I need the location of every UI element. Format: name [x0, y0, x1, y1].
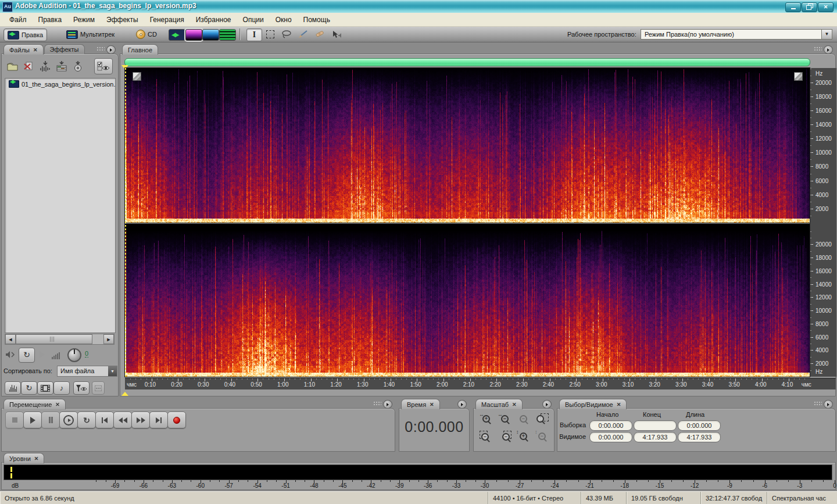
zoom-out-horizontal-button[interactable]: ↔−: [496, 412, 513, 426]
loop-playback-button[interactable]: ↻: [19, 348, 35, 363]
menu-item-5[interactable]: Избранное: [190, 14, 237, 26]
fast-forward-button[interactable]: [131, 412, 150, 428]
playhead-marker-bottom[interactable]: [121, 388, 128, 396]
tab-effects[interactable]: Эффекты: [44, 44, 85, 54]
sort-dropdown[interactable]: Имя файла ▼: [57, 366, 117, 377]
tab-zoom[interactable]: Масштаб ✕: [475, 399, 523, 409]
show-video-files-button[interactable]: [37, 381, 53, 395]
tab-close-icon[interactable]: ✕: [34, 456, 39, 462]
auto-play-speaker-icon[interactable]: [5, 350, 16, 359]
play-file-icon[interactable]: [40, 351, 45, 358]
close-file-button[interactable]: [22, 59, 36, 73]
rewind-button[interactable]: [113, 412, 132, 428]
tab-selection-view[interactable]: Выбор/Видимое ✕: [559, 399, 627, 409]
zoom-to-left-edge-button[interactable]: −: [478, 429, 495, 443]
tab-time[interactable]: Время ✕: [401, 399, 440, 409]
scrollbar-thumb[interactable]: [16, 334, 92, 344]
tab-close-icon[interactable]: ✕: [430, 402, 434, 408]
zoom-in-vertical-button[interactable]: ↕+: [515, 429, 532, 443]
effects-paintbrush-tool[interactable]: [295, 28, 310, 40]
insert-into-cd-button[interactable]: [71, 59, 85, 73]
menu-item-3[interactable]: Эффекты: [101, 14, 144, 26]
spectrogram-canvas[interactable]: [125, 68, 810, 377]
multitrack-view-button[interactable]: Мультитрек: [63, 28, 118, 40]
tab-close-icon[interactable]: ✕: [33, 47, 38, 53]
menu-item-1[interactable]: Правка: [33, 14, 68, 26]
view-length-field[interactable]: 4:17.933: [678, 432, 721, 442]
go-to-end-button[interactable]: [149, 412, 168, 428]
tab-close-icon[interactable]: ✕: [617, 402, 621, 408]
selection-end-field[interactable]: [634, 420, 677, 431]
scroll-right-icon[interactable]: ►: [103, 334, 114, 344]
zoom-in-horizontal-button[interactable]: ↔+: [478, 412, 495, 426]
scroll-left-icon[interactable]: ◄: [5, 334, 16, 344]
close-button[interactable]: ✕: [818, 2, 834, 12]
time-ruler[interactable]: чмс0:100:200:300:400:501:001:101:201:301…: [125, 378, 836, 389]
title-bar[interactable]: Au Adobe Audition - 01_the_saga_begins_l…: [0, 0, 837, 13]
show-audio-files-button[interactable]: [5, 381, 21, 395]
tab-levels[interactable]: Уровни ✕: [3, 453, 44, 463]
channel-resize-handle-right[interactable]: [794, 72, 803, 81]
files-panel-menu-button[interactable]: [106, 45, 116, 54]
menu-item-2[interactable]: Режим: [67, 14, 101, 26]
insert-into-session-button[interactable]: [55, 59, 69, 73]
tab-transport[interactable]: Перемещение ✕: [3, 399, 66, 409]
edit-view-button[interactable]: Правка: [3, 28, 47, 41]
selection-start-field[interactable]: 0:00.000: [589, 420, 632, 431]
current-time-display[interactable]: 0:00.000: [399, 419, 470, 435]
menu-item-0[interactable]: Файл: [3, 14, 33, 26]
file-list-item[interactable]: 01_the_saga_begins_lp_version.: [5, 78, 115, 89]
spot-healing-brush-tool[interactable]: [312, 28, 326, 40]
preview-volume-value[interactable]: 0: [85, 350, 88, 358]
channel-resize-handle-left[interactable]: [133, 72, 141, 81]
pause-button[interactable]: [41, 412, 60, 428]
spectral-phase-view-button[interactable]: [219, 29, 236, 41]
tab-main[interactable]: Главное: [122, 44, 158, 55]
import-file-button[interactable]: [6, 59, 20, 73]
play-from-cursor-button[interactable]: [59, 412, 78, 428]
show-options-toggle[interactable]: [94, 58, 113, 74]
menu-item-4[interactable]: Генерация: [144, 14, 190, 26]
view-end-field[interactable]: 4:17.933: [634, 432, 677, 442]
horizontal-scroll-range-bar[interactable]: [124, 58, 810, 66]
play-looped-button[interactable]: ↻: [77, 412, 96, 428]
show-midi-files-button[interactable]: ♪: [53, 381, 70, 395]
filter-options-button[interactable]: [73, 381, 90, 395]
tab-close-icon[interactable]: ✕: [512, 402, 517, 408]
cd-view-button[interactable]: CD: [133, 28, 160, 40]
menu-item-8[interactable]: Помощь: [298, 14, 336, 26]
record-button[interactable]: [167, 412, 186, 428]
main-panel-menu-button[interactable]: [824, 45, 833, 54]
time-panel-menu-button[interactable]: [457, 400, 467, 409]
selection-length-field[interactable]: 0:00.000: [678, 420, 721, 431]
chevron-down-icon[interactable]: ▼: [821, 30, 832, 39]
go-to-beginning-button[interactable]: [95, 412, 114, 428]
tab-files[interactable]: Файлы ✕: [3, 44, 44, 55]
spectral-view-button[interactable]: [185, 29, 202, 41]
restore-button[interactable]: [802, 2, 817, 12]
menu-item-7[interactable]: Окно: [270, 14, 298, 26]
chevron-down-icon[interactable]: ▼: [108, 366, 117, 376]
selection-panel-menu-button[interactable]: [824, 400, 833, 409]
insert-into-multitrack-button[interactable]: [38, 59, 52, 73]
zoom-out-vertical-button[interactable]: ↕−: [534, 429, 550, 443]
zoom-out-full-button[interactable]: −: [515, 412, 532, 426]
lasso-selection-tool[interactable]: [279, 28, 294, 40]
spectral-pan-view-button[interactable]: [202, 29, 219, 41]
zoom-to-selection-button[interactable]: [534, 412, 550, 426]
waveform-view-button[interactable]: [169, 29, 185, 41]
transport-panel-menu-button[interactable]: [383, 400, 392, 409]
frequency-ruler[interactable]: Hz20000180001600014000120001000080006000…: [810, 68, 836, 377]
scrub-tool[interactable]: [329, 28, 344, 40]
minimize-button[interactable]: [785, 2, 801, 12]
view-start-field[interactable]: 0:00.000: [589, 432, 632, 442]
time-selection-tool[interactable]: I: [246, 28, 262, 41]
advanced-options-button[interactable]: [92, 381, 105, 395]
menu-item-6[interactable]: Опции: [237, 14, 270, 26]
stop-button[interactable]: [5, 412, 24, 428]
workspace-dropdown[interactable]: Режим Правка(по умолчанию) ▼: [641, 29, 832, 40]
preview-volume-knob[interactable]: [67, 348, 81, 362]
zoom-panel-menu-button[interactable]: [542, 400, 552, 409]
show-loop-files-button[interactable]: ↻: [21, 381, 37, 395]
play-button[interactable]: [23, 412, 42, 428]
